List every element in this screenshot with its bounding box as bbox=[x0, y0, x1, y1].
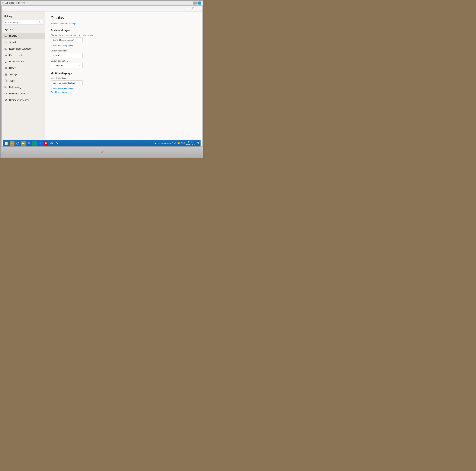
system-tray: 🌤 83°F Mostly sunny ^ 🔊 📶 ENG 14:52 12.0… bbox=[154, 141, 200, 145]
taskbar-app-files[interactable] bbox=[21, 141, 26, 146]
sidebar-item-shared-label: Shared experiences bbox=[9, 99, 29, 101]
lg-logo: LG bbox=[100, 151, 104, 154]
svg-marker-33 bbox=[11, 142, 13, 144]
monitor-controls bbox=[193, 1, 201, 4]
orientation-dropdown[interactable]: Landscape ∨ bbox=[51, 63, 83, 68]
taskbar-app-edge[interactable] bbox=[32, 141, 37, 146]
taskbar-app-chrome[interactable] bbox=[49, 141, 54, 146]
sidebar-item-sound[interactable]: Sound bbox=[2, 39, 45, 46]
sidebar-item-display-label: Display bbox=[9, 35, 17, 37]
svg-rect-12 bbox=[7, 68, 7, 68]
scale-value: 100% (Recommended) bbox=[53, 39, 74, 41]
monitor-btn-2 bbox=[198, 1, 201, 4]
notification-button[interactable] bbox=[196, 141, 200, 145]
resolution-label: Display resolution bbox=[51, 50, 196, 52]
time: 14:52 bbox=[186, 141, 194, 143]
weather-info[interactable]: 🌤 83°F Mostly sunny bbox=[154, 142, 171, 144]
time-display[interactable]: 14:52 12.08.2023 bbox=[186, 141, 194, 145]
svg-rect-0 bbox=[5, 35, 7, 36]
scale-section-title: Scale and layout bbox=[51, 29, 196, 32]
page-title: Display bbox=[51, 15, 196, 20]
win-titlebar: — ❐ ✕ bbox=[2, 6, 202, 12]
advanced-scaling-link[interactable]: Advanced scaling settings bbox=[51, 44, 196, 47]
sidebar-item-shared[interactable]: Shared experiences bbox=[2, 97, 45, 103]
sidebar-item-projecting[interactable]: Projecting to this PC bbox=[2, 91, 45, 97]
svg-rect-39 bbox=[28, 144, 29, 144]
search-icon: 🔍 bbox=[38, 21, 41, 24]
svg-point-16 bbox=[6, 74, 7, 74]
search-box[interactable]: 🔍 bbox=[4, 20, 43, 25]
advanced-display-link[interactable]: Advanced display settings bbox=[51, 87, 196, 90]
sidebar-item-projecting-label: Projecting to this PC bbox=[9, 92, 30, 95]
graphics-link[interactable]: Graphics settings bbox=[51, 91, 196, 93]
system-tray-expand[interactable]: ^ bbox=[172, 142, 173, 144]
projecting-icon bbox=[4, 92, 7, 95]
notifications-icon bbox=[4, 47, 7, 50]
taskbar-app-settings[interactable] bbox=[55, 141, 60, 146]
sidebar-item-focus-assist[interactable]: Focus assist bbox=[2, 52, 45, 58]
svg-rect-29 bbox=[5, 142, 6, 143]
taskbar-app-messenger[interactable] bbox=[38, 141, 43, 146]
network-icon[interactable]: 📶 bbox=[177, 142, 180, 144]
monitor-top-bar: FLATRON L1952S bbox=[0, 0, 203, 6]
search-input[interactable] bbox=[5, 21, 38, 24]
storage-icon bbox=[4, 73, 7, 76]
svg-rect-40 bbox=[29, 144, 30, 144]
sidebar-item-power-sleep-label: Power & sleep bbox=[9, 60, 24, 63]
orientation-label: Display orientation bbox=[51, 60, 196, 62]
multitasking-icon bbox=[4, 86, 7, 89]
sidebar-item-notifications-label: Notifications & actions bbox=[9, 48, 32, 50]
sidebar-item-tablet[interactable]: Tablet bbox=[2, 78, 45, 84]
svg-marker-4 bbox=[5, 41, 6, 43]
taskbar-app-netflix[interactable]: N bbox=[44, 141, 48, 146]
monitor-btn-1 bbox=[193, 1, 197, 4]
minimize-button[interactable]: — bbox=[187, 6, 191, 11]
multiple-displays-dropdown[interactable]: Duplicate these displays ∨ bbox=[51, 80, 83, 85]
sidebar-item-multitasking[interactable]: Multitasking bbox=[2, 84, 45, 91]
tablet-icon bbox=[4, 79, 7, 82]
hd-color-link[interactable]: Windows HD Color settings bbox=[51, 22, 76, 25]
sidebar-item-power-sleep[interactable]: Power & sleep bbox=[2, 58, 45, 65]
svg-rect-38 bbox=[29, 142, 30, 143]
scale-dropdown-arrow: ∨ bbox=[79, 39, 81, 41]
svg-point-45 bbox=[51, 143, 52, 144]
resolution-dropdown-arrow: ∨ bbox=[79, 54, 81, 56]
taskbar: N bbox=[3, 140, 201, 146]
sidebar-item-multitasking-label: Multitasking bbox=[9, 86, 21, 89]
svg-rect-23 bbox=[6, 87, 7, 88]
svg-point-42 bbox=[39, 142, 41, 144]
svg-rect-30 bbox=[6, 142, 8, 143]
start-button[interactable] bbox=[4, 141, 9, 146]
sidebar-item-storage-label: Storage bbox=[9, 73, 17, 76]
scale-dropdown[interactable]: 100% (Recommended) ∨ bbox=[51, 37, 83, 42]
svg-point-19 bbox=[6, 81, 6, 82]
sidebar-item-storage[interactable]: Storage bbox=[2, 71, 45, 78]
svg-rect-14 bbox=[5, 74, 7, 74]
taskbar-app-store2[interactable] bbox=[27, 141, 32, 146]
restore-button[interactable]: ❐ bbox=[191, 6, 196, 11]
screen: — ❐ ✕ Settings 🔍 System bbox=[2, 6, 202, 146]
monitor-frame: FLATRON L1952S — ❐ ✕ Settings bbox=[0, 0, 203, 158]
sidebar-item-display[interactable]: Display bbox=[2, 33, 45, 39]
svg-point-17 bbox=[6, 75, 7, 75]
sidebar-item-notifications[interactable]: Notifications & actions bbox=[2, 46, 45, 52]
volume-icon[interactable]: 🔊 bbox=[174, 142, 176, 144]
sidebar: Settings 🔍 System bbox=[2, 12, 45, 146]
close-button[interactable]: ✕ bbox=[196, 6, 200, 11]
sidebar-item-sound-label: Sound bbox=[9, 41, 16, 44]
svg-rect-22 bbox=[5, 87, 6, 88]
svg-rect-31 bbox=[5, 144, 6, 145]
resolution-dropdown[interactable]: 1366 × 768 ∨ bbox=[51, 53, 83, 58]
language-indicator: ENG bbox=[181, 142, 185, 144]
svg-point-41 bbox=[34, 142, 35, 144]
orientation-dropdown-arrow: ∨ bbox=[79, 65, 81, 67]
taskbar-app-browser[interactable] bbox=[15, 141, 20, 146]
sidebar-item-tablet-label: Tablet bbox=[9, 80, 15, 82]
sidebar-item-battery-label: Battery bbox=[9, 67, 16, 69]
shared-icon bbox=[4, 99, 7, 102]
svg-rect-21 bbox=[6, 86, 7, 87]
sidebar-item-battery[interactable]: Battery bbox=[2, 65, 45, 71]
date: 12.08.2023 bbox=[186, 143, 194, 146]
svg-point-8 bbox=[5, 55, 6, 56]
taskbar-app-store[interactable] bbox=[10, 141, 15, 146]
